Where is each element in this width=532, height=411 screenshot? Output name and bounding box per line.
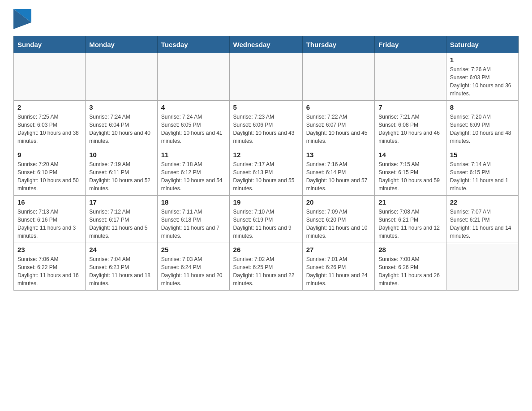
day-number: 28: [378, 246, 442, 253]
day-info: Sunrise: 7:18 AMSunset: 6:12 PMDaylight:…: [161, 160, 226, 193]
day-number: 12: [233, 151, 299, 158]
weekday-header-wednesday: Wednesday: [229, 36, 302, 53]
day-cell: [229, 53, 302, 101]
calendar-body: 1Sunrise: 7:26 AMSunset: 6:03 PMDaylight…: [14, 53, 519, 291]
week-row-2: 2Sunrise: 7:25 AMSunset: 6:03 PMDaylight…: [14, 101, 519, 148]
day-number: 10: [89, 151, 154, 158]
day-info: Sunrise: 7:23 AMSunset: 6:06 PMDaylight:…: [233, 113, 299, 145]
day-number: 8: [450, 103, 515, 111]
day-number: 15: [450, 151, 515, 158]
day-cell: 27Sunrise: 7:01 AMSunset: 6:26 PMDayligh…: [302, 243, 375, 291]
day-cell: [302, 53, 375, 101]
day-info: Sunrise: 7:14 AMSunset: 6:15 PMDaylight:…: [450, 160, 515, 193]
day-cell: 6Sunrise: 7:22 AMSunset: 6:07 PMDaylight…: [302, 101, 375, 148]
weekday-header-tuesday: Tuesday: [157, 36, 229, 53]
weekday-header-sunday: Sunday: [14, 36, 86, 53]
day-cell: 1Sunrise: 7:26 AMSunset: 6:03 PMDaylight…: [446, 53, 518, 101]
day-number: 4: [161, 103, 226, 111]
day-info: Sunrise: 7:06 AMSunset: 6:22 PMDaylight:…: [17, 255, 82, 287]
day-number: 26: [233, 246, 299, 253]
day-number: 6: [306, 103, 371, 111]
day-cell: 13Sunrise: 7:16 AMSunset: 6:14 PMDayligh…: [302, 148, 375, 196]
day-cell: 20Sunrise: 7:09 AMSunset: 6:20 PMDayligh…: [302, 196, 375, 243]
day-cell: 23Sunrise: 7:06 AMSunset: 6:22 PMDayligh…: [14, 243, 86, 291]
day-cell: [375, 53, 446, 101]
day-cell: 19Sunrise: 7:10 AMSunset: 6:19 PMDayligh…: [229, 196, 302, 243]
day-number: 1: [450, 56, 515, 64]
day-cell: 10Sunrise: 7:19 AMSunset: 6:11 PMDayligh…: [86, 148, 158, 196]
day-number: 27: [306, 246, 371, 253]
day-cell: [446, 243, 518, 291]
day-info: Sunrise: 7:25 AMSunset: 6:03 PMDaylight:…: [17, 113, 82, 145]
day-info: Sunrise: 7:01 AMSunset: 6:26 PMDaylight:…: [306, 255, 371, 287]
day-number: 3: [89, 103, 154, 111]
day-number: 13: [306, 151, 371, 158]
page-header: [13, 9, 519, 29]
day-number: 11: [161, 151, 226, 158]
day-info: Sunrise: 7:00 AMSunset: 6:26 PMDaylight:…: [378, 255, 442, 287]
day-info: Sunrise: 7:13 AMSunset: 6:16 PMDaylight:…: [17, 208, 82, 240]
day-number: 17: [89, 198, 154, 206]
day-number: 19: [233, 198, 299, 206]
day-cell: 22Sunrise: 7:07 AMSunset: 6:21 PMDayligh…: [446, 196, 518, 243]
weekday-header-friday: Friday: [375, 36, 446, 53]
day-number: 18: [161, 198, 226, 206]
day-info: Sunrise: 7:10 AMSunset: 6:19 PMDaylight:…: [233, 208, 299, 240]
day-info: Sunrise: 7:07 AMSunset: 6:21 PMDaylight:…: [450, 208, 515, 240]
day-cell: 2Sunrise: 7:25 AMSunset: 6:03 PMDaylight…: [14, 101, 86, 148]
day-number: 2: [17, 103, 82, 111]
day-cell: 21Sunrise: 7:08 AMSunset: 6:21 PMDayligh…: [375, 196, 446, 243]
day-cell: 25Sunrise: 7:03 AMSunset: 6:24 PMDayligh…: [157, 243, 229, 291]
day-info: Sunrise: 7:11 AMSunset: 6:18 PMDaylight:…: [161, 208, 226, 240]
day-number: 7: [378, 103, 442, 111]
day-cell: 26Sunrise: 7:02 AMSunset: 6:25 PMDayligh…: [229, 243, 302, 291]
weekday-header-thursday: Thursday: [302, 36, 375, 53]
day-cell: 3Sunrise: 7:24 AMSunset: 6:04 PMDaylight…: [86, 101, 158, 148]
day-info: Sunrise: 7:09 AMSunset: 6:20 PMDaylight:…: [306, 208, 371, 240]
day-cell: 16Sunrise: 7:13 AMSunset: 6:16 PMDayligh…: [14, 196, 86, 243]
day-info: Sunrise: 7:16 AMSunset: 6:14 PMDaylight:…: [306, 160, 371, 193]
week-row-1: 1Sunrise: 7:26 AMSunset: 6:03 PMDaylight…: [14, 53, 519, 101]
day-number: 22: [450, 198, 515, 206]
day-number: 23: [17, 246, 82, 253]
day-info: Sunrise: 7:12 AMSunset: 6:17 PMDaylight:…: [89, 208, 154, 240]
day-cell: [14, 53, 86, 101]
day-cell: [86, 53, 158, 101]
logo-icon: [13, 9, 31, 29]
day-number: 24: [89, 246, 154, 253]
week-row-5: 23Sunrise: 7:06 AMSunset: 6:22 PMDayligh…: [14, 243, 519, 291]
day-number: 21: [378, 198, 442, 206]
day-info: Sunrise: 7:26 AMSunset: 6:03 PMDaylight:…: [450, 65, 515, 98]
day-info: Sunrise: 7:15 AMSunset: 6:15 PMDaylight:…: [378, 160, 442, 193]
day-number: 14: [378, 151, 442, 158]
day-cell: 17Sunrise: 7:12 AMSunset: 6:17 PMDayligh…: [86, 196, 158, 243]
day-cell: 12Sunrise: 7:17 AMSunset: 6:13 PMDayligh…: [229, 148, 302, 196]
calendar-header: SundayMondayTuesdayWednesdayThursdayFrid…: [14, 36, 519, 53]
day-cell: [157, 53, 229, 101]
day-cell: 14Sunrise: 7:15 AMSunset: 6:15 PMDayligh…: [375, 148, 446, 196]
logo: [13, 9, 33, 29]
day-number: 5: [233, 103, 299, 111]
day-info: Sunrise: 7:22 AMSunset: 6:07 PMDaylight:…: [306, 113, 371, 145]
day-cell: 18Sunrise: 7:11 AMSunset: 6:18 PMDayligh…: [157, 196, 229, 243]
day-cell: 8Sunrise: 7:20 AMSunset: 6:09 PMDaylight…: [446, 101, 518, 148]
day-cell: 28Sunrise: 7:00 AMSunset: 6:26 PMDayligh…: [375, 243, 446, 291]
weekday-header-row: SundayMondayTuesdayWednesdayThursdayFrid…: [14, 36, 519, 53]
day-cell: 24Sunrise: 7:04 AMSunset: 6:23 PMDayligh…: [86, 243, 158, 291]
day-info: Sunrise: 7:24 AMSunset: 6:04 PMDaylight:…: [89, 113, 154, 145]
day-number: 16: [17, 198, 82, 206]
week-row-4: 16Sunrise: 7:13 AMSunset: 6:16 PMDayligh…: [14, 196, 519, 243]
day-info: Sunrise: 7:03 AMSunset: 6:24 PMDaylight:…: [161, 255, 226, 287]
day-number: 25: [161, 246, 226, 253]
weekday-header-saturday: Saturday: [446, 36, 518, 53]
day-info: Sunrise: 7:08 AMSunset: 6:21 PMDaylight:…: [378, 208, 442, 240]
day-info: Sunrise: 7:19 AMSunset: 6:11 PMDaylight:…: [89, 160, 154, 193]
weekday-header-monday: Monday: [86, 36, 158, 53]
day-info: Sunrise: 7:17 AMSunset: 6:13 PMDaylight:…: [233, 160, 299, 193]
day-cell: 11Sunrise: 7:18 AMSunset: 6:12 PMDayligh…: [157, 148, 229, 196]
day-info: Sunrise: 7:04 AMSunset: 6:23 PMDaylight:…: [89, 255, 154, 287]
week-row-3: 9Sunrise: 7:20 AMSunset: 6:10 PMDaylight…: [14, 148, 519, 196]
day-number: 9: [17, 151, 82, 158]
day-info: Sunrise: 7:24 AMSunset: 6:05 PMDaylight:…: [161, 113, 226, 145]
day-cell: 9Sunrise: 7:20 AMSunset: 6:10 PMDaylight…: [14, 148, 86, 196]
